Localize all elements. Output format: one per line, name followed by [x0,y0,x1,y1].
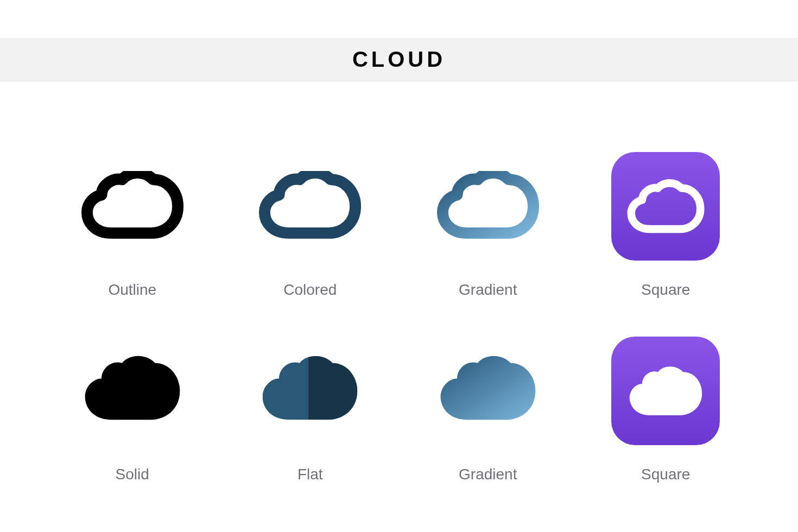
variant-label: Flat [297,466,323,483]
cloud-icon-flat [250,331,370,451]
variant-label: Gradient [459,466,517,483]
variant-label: Gradient [459,281,517,299]
title-bar: CLOUD [0,38,798,81]
variant-label: Outline [108,281,156,299]
cloud-icon-gradient-fill [428,331,548,451]
variant-label: Solid [116,466,149,483]
icon-style-sheet: CLOUD Outline Colored [0,0,798,532]
variant-outline: Outline [60,136,205,299]
svg-rect-2 [308,356,362,426]
variant-square-solid: Square [593,320,739,483]
cloud-icon-gradient-outline [428,147,548,266]
page-title: CLOUD [352,47,446,72]
cloud-icon-solid [73,331,192,451]
variant-gradient-fill: Gradient [415,320,561,483]
variant-square-outline: Square [593,136,739,299]
variant-label: Square [641,281,690,299]
variant-colored: Colored [238,136,383,299]
cloud-icon-colored [250,147,370,266]
variant-label: Square [641,466,690,483]
variant-solid: Solid [60,320,205,483]
variant-gradient-outline: Gradient [415,136,561,299]
svg-rect-1 [258,356,308,426]
icon-grid: Outline Colored [0,81,798,532]
cloud-icon-square-outline [606,147,725,266]
variant-flat: Flat [238,320,383,483]
cloud-icon-square-solid [606,331,725,451]
variant-label: Colored [283,281,337,299]
cloud-icon-outline [73,147,192,266]
